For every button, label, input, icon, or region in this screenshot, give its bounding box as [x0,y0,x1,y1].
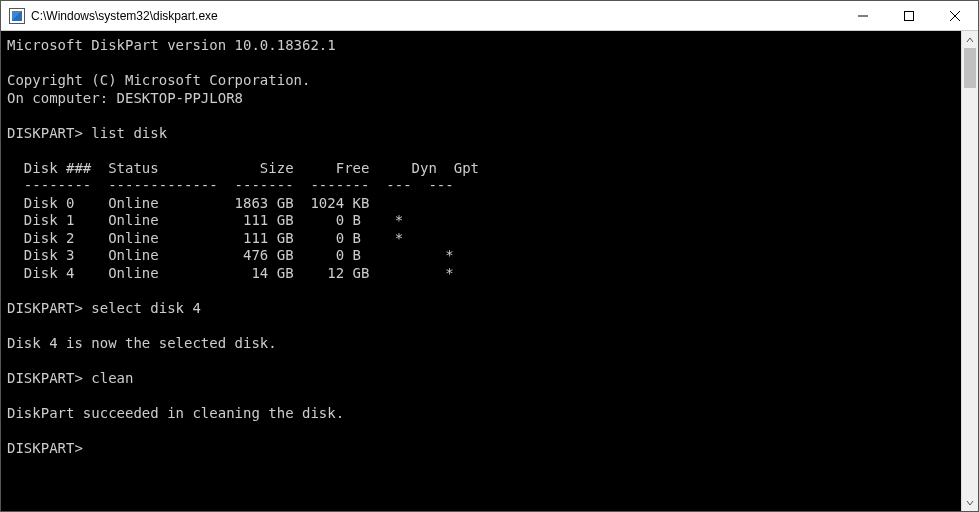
window-title: C:\Windows\system32\diskpart.exe [31,9,218,23]
svg-rect-1 [905,11,914,20]
minimize-icon [858,11,868,21]
app-icon [9,8,25,24]
maximize-button[interactable] [886,1,932,31]
chevron-up-icon [966,36,974,44]
terminal-output[interactable]: Microsoft DiskPart version 10.0.18362.1 … [1,31,961,511]
maximize-icon [904,11,914,21]
window-body: Microsoft DiskPart version 10.0.18362.1 … [1,31,978,511]
vertical-scrollbar[interactable] [961,31,978,511]
minimize-button[interactable] [840,1,886,31]
app-window: C:\Windows\system32\diskpart.exe Microso… [0,0,979,512]
scroll-thumb[interactable] [964,48,976,88]
close-button[interactable] [932,1,978,31]
chevron-down-icon [966,499,974,507]
scroll-down-button[interactable] [962,494,978,511]
scroll-up-button[interactable] [962,31,978,48]
titlebar[interactable]: C:\Windows\system32\diskpart.exe [1,1,978,31]
close-icon [950,11,960,21]
